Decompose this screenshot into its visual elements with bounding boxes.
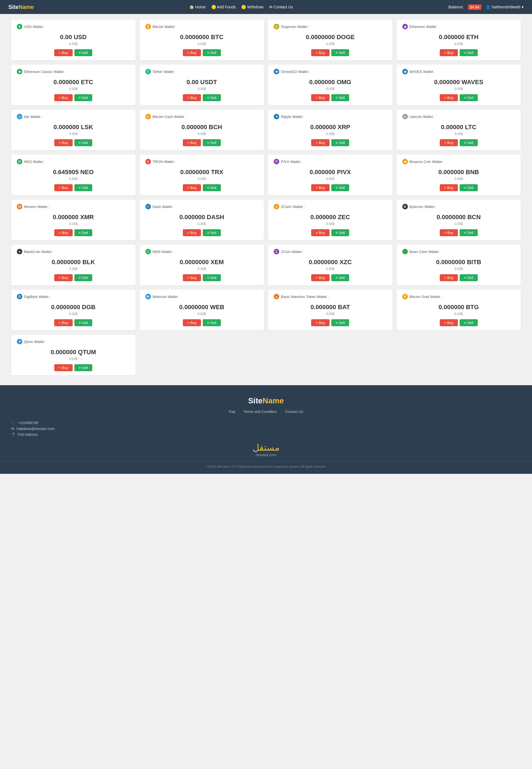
wallet-amount-zec: 0.000000 ZEC [274,214,387,221]
wallet-amount-btc: 0.0000000 BTC [145,34,259,41]
sell-button-eth[interactable]: ≡ Sell [460,49,478,56]
buy-button-xmr[interactable]: + Buy [54,229,73,236]
buy-button-xzc[interactable]: + Buy [311,274,330,281]
buy-button-bcn[interactable]: + Buy [440,229,458,236]
sell-button-dash[interactable]: ≡ Sell [203,229,221,236]
sell-button-bitb[interactable]: ≡ Sell [460,274,478,281]
wallet-label-zec: ZCash Wallet : [281,205,305,209]
wallet-amount-xmr: 0.000000 XMR [17,214,130,221]
nav-home[interactable]: 🏠 Home [189,5,205,9]
sell-button-btg[interactable]: ≡ Sell [460,319,478,326]
sell-button-usd[interactable]: ≡ Sell [74,49,93,56]
buy-button-blk[interactable]: + Buy [54,274,73,281]
buy-button-waves[interactable]: + Buy [440,94,458,101]
nav-add-funds[interactable]: 🟡 Add Funds [211,5,236,9]
wallet-header-neo: N NEO Wallet : [17,159,130,164]
balance-value: $4.84 [468,4,482,10]
wallet-header-bitb: 🌿 Bean Cash Wallet : [402,249,516,254]
sell-button-pivx[interactable]: ≡ Sell [331,184,349,191]
sell-button-bnb[interactable]: ≡ Sell [460,184,478,191]
wallet-amount-web: 0.0000000 WEB [145,304,259,311]
wallet-usd-omg: 0.00$ [274,87,387,91]
buy-button-usdt[interactable]: + Buy [183,94,201,101]
sell-button-xmr[interactable]: ≡ Sell [74,229,93,236]
wallet-amount-bitb: 0.0000000 BITB [402,259,516,266]
buy-button-dash[interactable]: + Buy [183,229,201,236]
sell-button-etc[interactable]: ≡ Sell [74,94,93,101]
buy-button-ltc[interactable]: + Buy [440,139,458,146]
wallet-usd-etc: 0.00$ [17,87,130,91]
buy-button-bnb[interactable]: + Buy [440,184,458,191]
sell-button-ltc[interactable]: ≡ Sell [460,139,478,146]
footer-terms[interactable]: Terms and Condition [243,410,277,414]
wallet-icon-dash: = [145,204,151,209]
wallet-icon-doge: D [274,24,279,29]
buy-button-bat[interactable]: + Buy [311,319,330,326]
wallet-usd-xrp: 0.00$ [274,132,387,136]
sell-button-waves[interactable]: ≡ Sell [460,94,478,101]
buy-button-etc[interactable]: + Buy [54,94,73,101]
wallet-header-etc: ◆ Ethereum Classic Wallet : [17,69,130,74]
footer-contact[interactable]: Contact Us [285,410,303,414]
sell-button-qtum[interactable]: ≡ Sell [74,364,93,371]
buy-button-btc[interactable]: + Buy [183,49,201,56]
sell-button-bcn[interactable]: ≡ Sell [460,229,478,236]
wallet-header-usd: $ USD Wallet : [17,24,130,29]
buy-button-bch[interactable]: + Buy [183,139,201,146]
sell-button-dgb[interactable]: ≡ Sell [74,319,93,326]
wallet-card-etc: ◆ Ethereum Classic Wallet : 0.000000 ETC… [11,65,136,105]
buy-button-dgb[interactable]: + Buy [54,319,73,326]
footer-brand-site: Site [248,396,263,405]
sell-button-lsk[interactable]: ≡ Sell [74,139,93,146]
buy-button-nem[interactable]: + Buy [183,274,201,281]
sell-button-doge[interactable]: ≡ Sell [331,49,349,56]
buy-button-lsk[interactable]: + Buy [54,139,73,146]
sell-button-xzc[interactable]: ≡ Sell [331,274,349,281]
user-menu[interactable]: 👤 haithemdridiweb ▾ [486,5,524,9]
sell-button-bat[interactable]: ≡ Sell [331,319,349,326]
sell-button-zec[interactable]: ≡ Sell [331,229,349,236]
wallet-buttons-dgb: + Buy ≡ Sell [17,319,130,326]
buy-button-zec[interactable]: + Buy [311,229,330,236]
wallet-label-xzc: ZCoin Wallet : [281,250,304,254]
buy-button-eth[interactable]: + Buy [440,49,458,56]
wallet-card-web: W Webcoin Wallet : 0.0000000 WEB 0.00$ +… [140,290,264,330]
sell-button-nem[interactable]: ≡ Sell [203,274,221,281]
wallet-icon-omg: ⊕ [274,69,279,74]
footer-address: 📍 Full Address [11,432,521,437]
sell-button-neo[interactable]: ≡ Sell [74,184,93,191]
sell-button-omg[interactable]: ≡ Sell [331,94,349,101]
sell-button-trx[interactable]: ≡ Sell [203,184,221,191]
email-icon: ✉ [11,427,14,431]
buy-button-omg[interactable]: + Buy [311,94,330,101]
footer-links: Faq Terms and Condition Contact Us [0,410,532,414]
sell-button-blk[interactable]: ≡ Sell [74,274,93,281]
footer-faq[interactable]: Faq [229,410,235,414]
wallet-label-omg: OmiseGO Wallet : [281,70,310,74]
buy-button-web[interactable]: + Buy [183,319,201,326]
buy-button-xrp[interactable]: + Buy [311,139,330,146]
sell-button-web[interactable]: ≡ Sell [203,319,221,326]
nav-contact[interactable]: ✉ Contact Us [269,5,293,9]
wallet-header-bcn: B Bytecoin Wallet : [402,204,516,209]
sell-button-xrp[interactable]: ≡ Sell [331,139,349,146]
buy-button-btg[interactable]: + Buy [440,319,458,326]
nav-withdraw[interactable]: 🟡 Withdraw [241,5,263,9]
buy-button-trx[interactable]: + Buy [183,184,201,191]
buy-button-qtum[interactable]: + Buy [54,364,73,371]
wallet-usd-blk: 0.00$ [17,267,130,271]
wallet-buttons-bnb: + Buy ≡ Sell [402,184,516,191]
wallet-card-neo: N NEO Wallet : 0.645905 NEO 4.84$ + Buy … [11,155,136,195]
sell-button-bch[interactable]: ≡ Sell [203,139,221,146]
wallet-buttons-web: + Buy ≡ Sell [145,319,259,326]
buy-button-pivx[interactable]: + Buy [311,184,330,191]
wallet-card-lsk: ◇ lisk Wallet : 0.000000 LSK 0.00$ + Buy… [11,110,136,150]
buy-button-doge[interactable]: + Buy [311,49,330,56]
buy-button-usd[interactable]: + Buy [54,49,73,56]
sell-button-usdt[interactable]: ≡ Sell [203,94,221,101]
buy-button-neo[interactable]: + Buy [54,184,73,191]
sell-button-btc[interactable]: ≡ Sell [203,49,221,56]
wallet-usd-eth: 0.00$ [402,42,516,46]
buy-button-bitb[interactable]: + Buy [440,274,458,281]
wallet-icon-bat: ▲ [274,294,279,299]
